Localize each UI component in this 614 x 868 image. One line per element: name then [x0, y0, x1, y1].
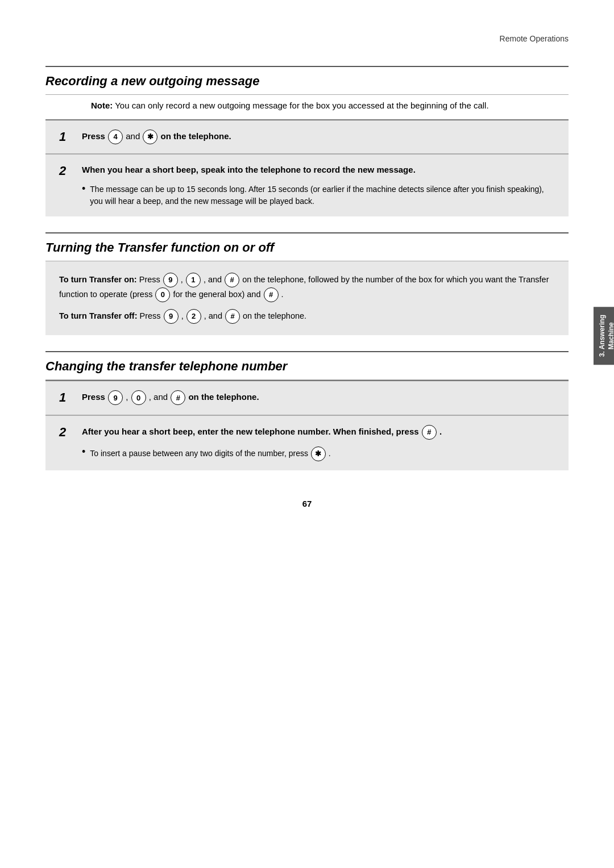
- section3-step1-press: Press: [82, 392, 107, 402]
- turn-on-comma2: , and: [204, 275, 224, 284]
- section3-btn3: #: [171, 390, 185, 405]
- section3-step1-row: 1 Press 9 , 0 , and # on the telephone.: [45, 381, 569, 414]
- header-text: Remote Operations: [500, 34, 569, 43]
- section3-bullet-dot: •: [82, 445, 85, 458]
- turn-on-btn3: #: [225, 273, 239, 287]
- page-header: Remote Operations: [45, 34, 569, 43]
- turn-off-btn3: #: [225, 309, 240, 324]
- turn-off-para: To turn Transfer off: Press 9 , 2 , and …: [59, 309, 555, 324]
- step2-number: 2: [59, 164, 76, 178]
- turn-off-press: Press: [140, 311, 163, 320]
- step1-btn2: ✱: [143, 130, 157, 144]
- section3-step1-after: on the telephone.: [188, 392, 259, 402]
- section3-title: Changing the transfer telephone number: [45, 359, 287, 373]
- note-label: Note:: [91, 101, 113, 110]
- section-rule-bottom: [45, 94, 569, 95]
- section3-bullet: • To insert a pause between any two digi…: [82, 446, 555, 461]
- section2-title: Turning the Transfer function on or off: [45, 240, 274, 254]
- bullet-dot: •: [82, 182, 85, 195]
- step1-number: 1: [59, 130, 76, 144]
- turn-on-btn5: #: [264, 287, 279, 302]
- step1-btn1: 4: [108, 130, 123, 144]
- section3-step1-number: 1: [59, 390, 76, 405]
- section3-btn2: 0: [131, 390, 146, 405]
- turn-on-rest2: for the general box) and: [173, 290, 263, 299]
- section3-step2-content: After you hear a short beep, enter the n…: [82, 425, 555, 461]
- section-change-number: Changing the transfer telephone number 1…: [45, 351, 569, 470]
- section3-step1-content: Press 9 , 0 , and # on the telephone.: [82, 390, 555, 405]
- section3-comma2: , and: [149, 392, 171, 402]
- step1-press: Press: [82, 131, 105, 141]
- note-block: Note: You can only record a new outgoing…: [91, 101, 569, 110]
- section-recording: Recording a new outgoing message Note: Y…: [45, 66, 569, 216]
- step1-row: 1 Press 4 and ✱ on the telephone.: [45, 120, 569, 153]
- step2-inner: 2 When you hear a short beep, speak into…: [59, 164, 555, 207]
- side-tab: 3. AnsweringMachine: [594, 307, 614, 365]
- step2-bullet-text: The message can be up to 15 seconds long…: [90, 183, 555, 207]
- turn-off-end: on the telephone.: [243, 311, 306, 320]
- step2-container: 2 When you hear a short beep, speak into…: [45, 154, 569, 216]
- section3-step2-inner: 2 After you hear a short beep, enter the…: [59, 425, 555, 461]
- step1-and: and: [126, 131, 142, 141]
- turn-on-btn4: 0: [155, 287, 170, 302]
- section3-step2-btn: #: [422, 425, 437, 440]
- section3-step2-container: 2 After you hear a short beep, enter the…: [45, 415, 569, 470]
- turn-on-end: .: [281, 290, 284, 299]
- step1-after: on the telephone.: [161, 131, 231, 141]
- turn-on-btn1: 9: [163, 273, 178, 287]
- turn-off-label: To turn Transfer off:: [59, 311, 137, 320]
- turn-on-comma1: ,: [181, 275, 185, 284]
- section3-step2-end: .: [439, 427, 442, 436]
- page-number: 67: [45, 499, 569, 508]
- turn-off-btn2: 2: [186, 309, 201, 324]
- step2-bold: When you hear a short beep, speak into t…: [82, 165, 416, 174]
- turn-on-para: To turn Transfer on: Press 9 , 1 , and #…: [59, 273, 555, 302]
- section3-btn1: 9: [108, 390, 123, 405]
- section3-comma1: ,: [126, 392, 130, 402]
- step1-content: Press 4 and ✱ on the telephone.: [82, 130, 555, 144]
- side-tab-text: 3. AnsweringMachine: [598, 315, 614, 357]
- section3-step2-bold: After you hear a short beep, enter the n…: [82, 427, 421, 436]
- turn-on-label: To turn Transfer on:: [59, 275, 137, 284]
- section1-title: Recording a new outgoing message: [45, 74, 260, 88]
- turn-on-press: Press: [139, 275, 163, 284]
- turn-off-comma2: , and: [204, 311, 225, 320]
- turn-off-btn1: 9: [164, 309, 179, 324]
- step2-bullet: • The message can be up to 15 seconds lo…: [82, 183, 555, 207]
- turn-on-btn2: 1: [186, 273, 201, 287]
- section-transfer: Turning the Transfer function on or off …: [45, 232, 569, 336]
- section3-bullet-btn: ✱: [311, 446, 326, 461]
- step2-content: When you hear a short beep, speak into t…: [82, 164, 555, 207]
- note-text: You can only record a new outgoing messa…: [113, 101, 488, 110]
- section3-step2-number: 2: [59, 425, 76, 440]
- turn-off-comma1: ,: [181, 311, 186, 320]
- section3-bullet-text: To insert a pause between any two digits…: [90, 446, 555, 461]
- transfer-content: To turn Transfer on: Press 9 , 1 , and #…: [45, 261, 569, 336]
